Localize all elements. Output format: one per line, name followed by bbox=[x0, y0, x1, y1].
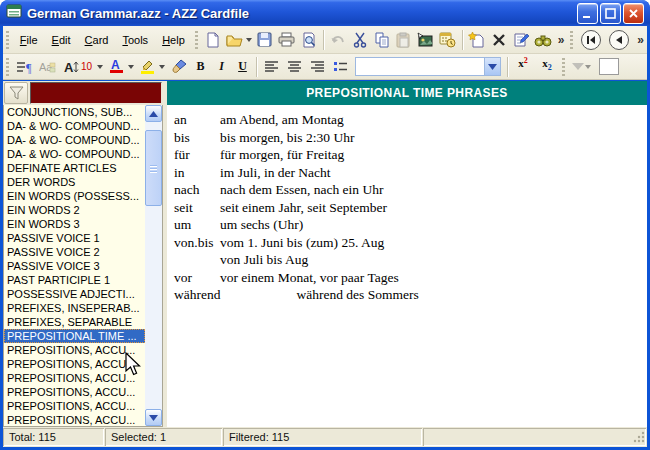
scroll-down-button[interactable] bbox=[145, 409, 162, 426]
list-item[interactable]: EIN WORDS 3 bbox=[4, 217, 145, 231]
cut-button[interactable] bbox=[349, 29, 371, 51]
italic-button[interactable]: I bbox=[211, 57, 232, 77]
align-left-button[interactable] bbox=[260, 56, 283, 78]
undo-button[interactable] bbox=[327, 29, 349, 51]
toolbar-separator bbox=[256, 57, 257, 77]
font-size-dropdown-caret[interactable] bbox=[97, 65, 103, 69]
list-item[interactable]: PREPOSITIONAL TIME ... bbox=[4, 329, 145, 343]
first-card-button[interactable] bbox=[580, 29, 602, 51]
list-item[interactable]: PASSIVE VOICE 2 bbox=[4, 245, 145, 259]
window-controls bbox=[577, 3, 644, 24]
save-button[interactable] bbox=[254, 29, 276, 51]
previous-card-button[interactable] bbox=[608, 29, 630, 51]
menu-file[interactable]: File bbox=[13, 31, 45, 49]
highlight-dropdown-caret[interactable] bbox=[159, 65, 165, 69]
card-body[interactable]: anam Abend, am Montagbisbis morgen, bis … bbox=[167, 105, 647, 427]
svg-text:¶: ¶ bbox=[26, 61, 32, 74]
list-item[interactable]: DEFINATE ARTICLES bbox=[4, 161, 145, 175]
underline-button[interactable]: U bbox=[232, 57, 253, 77]
list-item[interactable]: PREFIXES, SEPARABLE bbox=[4, 315, 145, 329]
list-item[interactable]: PREPOSITIONS, ACCU... bbox=[4, 399, 145, 413]
find-button[interactable] bbox=[532, 29, 554, 51]
copy-button[interactable] bbox=[371, 29, 393, 51]
card-phrase: um sechs (Uhr) bbox=[220, 216, 643, 234]
open-dropdown-caret[interactable] bbox=[246, 38, 252, 42]
menu-edit[interactable]: Edit bbox=[45, 31, 78, 49]
bullet-list-button[interactable] bbox=[329, 56, 352, 78]
insert-picture-button[interactable] bbox=[415, 29, 437, 51]
font-size-button[interactable]: A10 bbox=[59, 56, 97, 78]
card-term bbox=[174, 251, 220, 269]
combo-dropdown-button[interactable] bbox=[484, 58, 500, 75]
nav-overflow-chevron[interactable]: » bbox=[633, 33, 647, 47]
font-color-button[interactable]: A bbox=[105, 56, 128, 78]
print-button[interactable] bbox=[276, 29, 298, 51]
minimize-button[interactable] bbox=[577, 3, 598, 24]
format-painter-button[interactable] bbox=[167, 56, 190, 78]
funnel-icon bbox=[9, 86, 24, 100]
bold-button[interactable]: B bbox=[190, 57, 211, 77]
new-card-button[interactable] bbox=[466, 29, 488, 51]
close-button[interactable] bbox=[623, 3, 644, 24]
list-item[interactable]: EIN WORDS (POSSESS... bbox=[4, 189, 145, 203]
maximize-button[interactable] bbox=[600, 3, 621, 24]
list-item[interactable]: POSSESSIVE ADJECTI... bbox=[4, 287, 145, 301]
styles-dropdown[interactable] bbox=[571, 62, 593, 71]
color-swatch[interactable] bbox=[599, 58, 619, 75]
card-row: nachnach dem Essen, nach ein Uhr bbox=[174, 181, 643, 199]
paste-button[interactable] bbox=[393, 29, 415, 51]
list-item[interactable]: PASSIVE VOICE 3 bbox=[4, 259, 145, 273]
menu-help[interactable]: Help bbox=[155, 31, 192, 49]
toolbar-overflow-chevron[interactable]: » bbox=[554, 33, 568, 47]
superscript-button[interactable]: x2 bbox=[511, 57, 535, 77]
menu-tools[interactable]: Tools bbox=[115, 31, 155, 49]
list-item[interactable]: DA- & WO- COMPOUND... bbox=[4, 147, 145, 161]
insert-date-time-button[interactable] bbox=[437, 29, 459, 51]
delete-card-button[interactable] bbox=[488, 29, 510, 51]
filter-button[interactable] bbox=[4, 82, 28, 104]
resize-grip[interactable] bbox=[633, 431, 645, 445]
scroll-up-button[interactable] bbox=[145, 105, 162, 122]
list-item[interactable]: PAST PARTICIPLE 1 bbox=[4, 273, 145, 287]
list-item[interactable]: CONJUNCTIONS, SUB... bbox=[4, 105, 145, 119]
open-folder-button[interactable] bbox=[224, 29, 246, 51]
toolbar-separator bbox=[462, 30, 463, 50]
list-item[interactable]: PREPOSITIONS, ACCU... bbox=[4, 371, 145, 385]
toolbar-gripper[interactable] bbox=[570, 31, 573, 49]
list-item[interactable]: EIN WORDS 2 bbox=[4, 203, 145, 217]
sup-exp: 2 bbox=[524, 57, 528, 65]
card-title: PREPOSITIONAL TIME PHRASES bbox=[167, 81, 647, 105]
list-item[interactable]: DA- & WO- COMPOUND... bbox=[4, 133, 145, 147]
align-center-button[interactable] bbox=[283, 56, 306, 78]
card-phrase: am Abend, am Montag bbox=[220, 111, 643, 129]
new-document-button[interactable] bbox=[202, 29, 224, 51]
align-right-button[interactable] bbox=[306, 56, 329, 78]
list-item[interactable]: PREPOSITIONS, ACCU... bbox=[4, 357, 145, 371]
app-window: German Grammar.azz - AZZ Cardfile File E… bbox=[0, 0, 650, 450]
paragraph-format-button[interactable]: ¶ bbox=[13, 56, 36, 78]
list-item[interactable]: PREFIXES, INSEPERAB... bbox=[4, 301, 145, 315]
list-item[interactable]: PREPOSITIONS, ACCU... bbox=[4, 413, 145, 426]
change-case-button[interactable]: Aa bbox=[36, 56, 59, 78]
list-item[interactable]: PASSIVE VOICE 1 bbox=[4, 231, 145, 245]
font-color-dropdown-caret[interactable] bbox=[128, 65, 134, 69]
list-item[interactable]: DA- & WO- COMPOUND... bbox=[4, 119, 145, 133]
font-name-combo[interactable] bbox=[355, 57, 501, 76]
card-properties-button[interactable] bbox=[510, 29, 532, 51]
list-item[interactable]: PREPOSITIONS, ACCU... bbox=[4, 343, 145, 357]
print-preview-button[interactable] bbox=[298, 29, 320, 51]
highlight-button[interactable] bbox=[136, 56, 159, 78]
list-item[interactable]: DER WORDS bbox=[4, 175, 145, 189]
subscript-button[interactable]: x2 bbox=[535, 57, 559, 77]
card-phrase: bis morgen, bis 2:30 Uhr bbox=[220, 129, 643, 147]
toolbar-gripper[interactable] bbox=[195, 31, 198, 49]
list-item[interactable]: PREPOSITIONS, ACCU... bbox=[4, 385, 145, 399]
list-scrollbar[interactable] bbox=[145, 105, 162, 426]
toolbar-gripper[interactable] bbox=[6, 58, 9, 76]
titlebar[interactable]: German Grammar.azz - AZZ Cardfile bbox=[0, 0, 650, 26]
menu-card[interactable]: Card bbox=[78, 31, 116, 49]
toolbar-gripper[interactable] bbox=[6, 31, 9, 49]
toolbar-gripper[interactable] bbox=[562, 58, 565, 76]
scroll-thumb[interactable] bbox=[145, 130, 162, 206]
filter-input[interactable] bbox=[30, 82, 162, 104]
